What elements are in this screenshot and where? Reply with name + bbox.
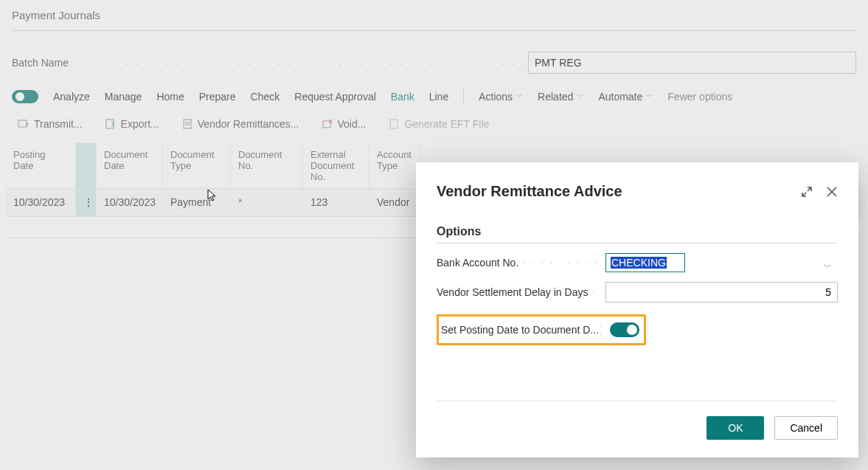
chevron-down-icon: ﹀ xyxy=(515,91,523,102)
cell-document-date[interactable]: 10/30/2023 xyxy=(97,189,163,215)
cell-document-type[interactable]: Payment xyxy=(163,189,231,215)
bank-toolbar: Transmit... Export... Vendor Remittances… xyxy=(0,111,868,139)
check-button[interactable]: Check xyxy=(251,91,280,103)
main-toolbar: Analyze Manage Home Prepare Check Reques… xyxy=(0,89,868,111)
batch-name-input[interactable] xyxy=(528,52,856,74)
posting-date-toggle[interactable] xyxy=(610,322,639,337)
svg-rect-0 xyxy=(18,120,27,127)
chevron-down-icon: ﹀ xyxy=(645,91,653,102)
ok-button[interactable]: OK xyxy=(706,416,764,440)
bank-account-label: Bank Account No. xyxy=(437,257,518,269)
export-button[interactable]: Export... xyxy=(105,118,159,130)
svg-rect-5 xyxy=(323,121,330,128)
analyze-toggle[interactable] xyxy=(12,90,38,103)
chevron-down-icon: ﹀ xyxy=(576,91,583,102)
line-button[interactable]: Line xyxy=(429,91,448,103)
page-title: Payment Journals xyxy=(0,0,868,30)
fewer-options-button[interactable]: Fewer options xyxy=(667,91,732,103)
posting-date-toggle-label: Set Posting Date to Document D... xyxy=(441,324,600,336)
bank-button[interactable]: Bank xyxy=(391,91,414,103)
svg-rect-2 xyxy=(184,120,191,128)
transmit-button[interactable]: Transmit... xyxy=(18,118,83,130)
automate-dropdown[interactable]: Automate﹀ xyxy=(598,91,653,103)
transmit-icon xyxy=(18,118,29,130)
generate-eft-button[interactable]: Generate EFT File xyxy=(388,118,489,130)
col-document-no[interactable]: Document No. xyxy=(231,143,303,188)
analyze-button[interactable]: Analyze xyxy=(53,91,90,103)
actions-dropdown[interactable]: Actions﹀ xyxy=(479,91,523,103)
export-icon xyxy=(105,118,117,130)
options-section-title: Options xyxy=(437,225,838,243)
manage-button[interactable]: Manage xyxy=(105,91,142,103)
request-approval-button[interactable]: Request Approval xyxy=(294,91,376,103)
close-icon[interactable] xyxy=(826,186,838,198)
col-external-doc-no[interactable]: External Document No. xyxy=(303,143,369,188)
row-menu-icon[interactable]: ⋮ xyxy=(76,189,97,215)
void-button[interactable]: Void... xyxy=(322,118,367,130)
related-dropdown[interactable]: Related﹀ xyxy=(538,91,583,103)
file-icon xyxy=(388,118,400,130)
chevron-down-icon: ﹀ xyxy=(824,261,832,272)
dialog-title: Vendor Remittance Advice xyxy=(437,183,622,200)
cell-document-no[interactable]: * xyxy=(231,189,303,215)
cell-account-type[interactable]: Vendor xyxy=(369,189,421,215)
void-icon xyxy=(322,118,333,130)
document-icon xyxy=(181,118,193,130)
cell-posting-date[interactable]: 10/30/2023 xyxy=(6,189,76,215)
settlement-delay-label: Vendor Settlement Delay in Days xyxy=(437,286,588,298)
prepare-button[interactable]: Prepare xyxy=(199,91,236,103)
col-posting-date[interactable]: Posting Date xyxy=(6,143,76,188)
posting-date-toggle-row: Set Posting Date to Document D... · · xyxy=(437,314,646,345)
bank-account-input[interactable]: CHECKING xyxy=(605,253,685,272)
svg-rect-1 xyxy=(106,120,114,128)
settlement-delay-input[interactable] xyxy=(605,282,838,303)
expand-icon[interactable] xyxy=(801,186,813,198)
svg-rect-6 xyxy=(390,120,397,128)
cell-external-doc-no[interactable]: 123 xyxy=(303,189,369,215)
col-account-type[interactable]: Account Type xyxy=(369,143,421,188)
vendor-remittance-dialog: Vendor Remittance Advice Options Bank Ac… xyxy=(416,162,858,457)
col-document-date[interactable]: Document Date xyxy=(97,143,163,188)
home-button[interactable]: Home xyxy=(156,91,184,103)
col-document-type[interactable]: Document Type xyxy=(163,143,231,188)
vendor-remittances-button[interactable]: Vendor Remittances... xyxy=(181,118,299,130)
cancel-button[interactable]: Cancel xyxy=(774,416,838,440)
batch-name-label: Batch Name xyxy=(12,57,69,69)
